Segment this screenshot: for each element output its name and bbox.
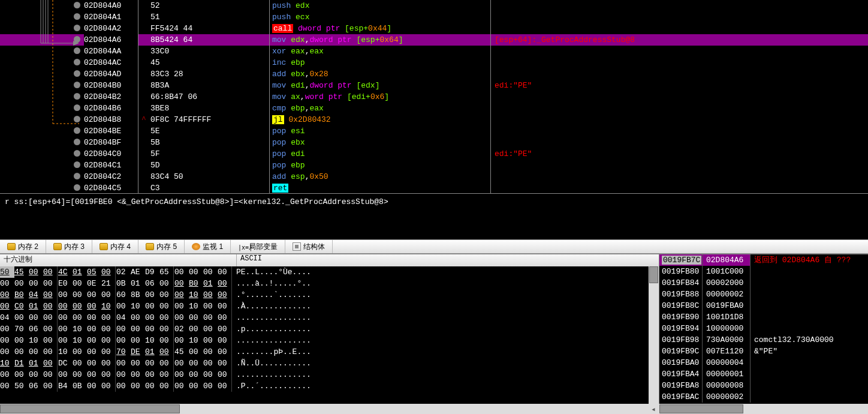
dump-vscrollbar[interactable] xyxy=(649,266,659,414)
stack-pane[interactable]: 0019FB7C02D804A6返回到 02D804A6 自 ???0019FB… xyxy=(659,254,868,414)
stack-addr: 0019FBA4 xyxy=(659,368,703,380)
stack-row[interactable]: 0019FB8800000002 xyxy=(659,289,868,300)
comment xyxy=(490,11,868,23)
addr: 02D804C0 xyxy=(84,148,138,160)
instruction: push ecx xyxy=(270,11,490,23)
tab-内存 5[interactable]: 内存 5 xyxy=(138,240,185,253)
tab-label: 监视 1 xyxy=(203,242,223,252)
comment xyxy=(490,160,868,171)
disasm-row[interactable]: 02D804B266:8B47 06mov ax,word ptr [edi+0… xyxy=(0,91,868,103)
disasm-row[interactable]: 02D804AA33C0xor eax,eax xyxy=(0,46,868,57)
tab-strip[interactable]: 内存 2内存 3内存 4内存 5监视 1局部变量结构体 xyxy=(0,240,868,254)
comment xyxy=(490,0,868,11)
stack-row[interactable]: 0019FB9410000000 xyxy=(659,323,868,334)
disasm-row[interactable]: 02D804C05Fpop ediedi:"PE" xyxy=(0,148,868,160)
stack-row[interactable]: 0019FB98730A0000comctl32.730A0000 xyxy=(659,334,868,346)
disasm-row[interactable]: 02D804A2FF5424 44call dword ptr [esp+0x4… xyxy=(0,23,868,34)
stack-body[interactable]: 0019FB7C02D804A6返回到 02D804A6 自 ???0019FB… xyxy=(659,254,868,404)
stack-comment xyxy=(751,368,868,380)
bytes: 52 xyxy=(138,0,270,11)
comment xyxy=(490,103,868,114)
stack-row[interactable]: 0019FBA800000008 xyxy=(659,380,868,391)
dump-body[interactable]: 504500004C01050002AED96500000000PE..L...… xyxy=(0,266,659,414)
tab-内存 3[interactable]: 内存 3 xyxy=(46,240,92,253)
comment xyxy=(490,125,868,137)
mem-icon xyxy=(100,243,108,250)
dump-row[interactable]: 00C00100000000100010000000100000.À......… xyxy=(0,301,659,312)
instruction: xor eax,eax xyxy=(270,46,490,57)
disasm-row[interactable]: 02D804A151push ecx xyxy=(0,11,868,23)
dump-row[interactable]: 10D10100DC0000000000000000000000.Ñ..Ü...… xyxy=(0,358,659,369)
stack-row[interactable]: 0019FB8400002000 xyxy=(659,277,868,289)
memory-dump-pane[interactable]: 十六进制 ASCII 504500004C01050002AED96500000… xyxy=(0,254,659,414)
addr: 02D804B0 xyxy=(84,80,138,91)
stack-row[interactable]: 0019FB7C02D804A6返回到 02D804A6 自 ??? xyxy=(659,254,868,266)
comment xyxy=(490,171,868,182)
comment xyxy=(490,182,868,194)
disasm-row[interactable]: 02D804BF5Bpop ebx xyxy=(0,137,868,148)
instruction: add ebx,0x28 xyxy=(270,68,490,80)
dump-row[interactable]: 00000000E0000E210B01060000B00100....à..!… xyxy=(0,278,659,289)
instruction: pop edi xyxy=(270,148,490,160)
stack-value: 00000001 xyxy=(703,368,751,380)
instruction: push edx xyxy=(270,0,490,11)
disassembly-pane[interactable]: 02D804A052push edx02D804A151push ecx02D8… xyxy=(0,0,868,194)
disasm-row[interactable]: 02D804A052push edx xyxy=(0,0,868,11)
bytes: 5F xyxy=(138,148,270,160)
comment: [esp+64]:_GetProcAddressStub@8 xyxy=(490,34,868,46)
disasm-row[interactable]: 02D804C15Dpop ebp xyxy=(0,160,868,171)
stack-row[interactable]: 0019FBA000000004 xyxy=(659,357,868,368)
stack-value: 00002000 xyxy=(703,277,751,289)
stack-row[interactable]: 0019FB801001C000 xyxy=(659,266,868,277)
dump-row[interactable]: 04000000000000000400000000000000........… xyxy=(0,312,659,323)
addr: 02D804A0 xyxy=(84,0,138,11)
stack-row[interactable]: 0019FB9C007E1120&"PE" xyxy=(659,346,868,357)
stack-value: 1001D1D8 xyxy=(703,311,751,323)
var-icon xyxy=(238,243,246,250)
disasm-row[interactable]: 02D804B63BE8cmp ebp,eax xyxy=(0,103,868,114)
stack-comment xyxy=(751,277,868,289)
disasm-row[interactable]: 02D804C5C3ret xyxy=(0,182,868,194)
dump-row[interactable]: 00500600B40B00000000000000000000.P..´...… xyxy=(0,380,659,392)
disasm-row[interactable]: 02D804B80F8C 74FFFFFFjl 0x2D80432 xyxy=(0,114,868,125)
stack-hscrollbar[interactable] xyxy=(659,404,868,414)
dump-row[interactable]: 00700600001000000000000002000000.p......… xyxy=(0,323,659,335)
instruction: ret xyxy=(270,182,490,194)
dump-row[interactable]: 00B0040000000000608B000000100000.°......… xyxy=(0,289,659,301)
dump-row[interactable]: 00001000001000000000100000100000........… xyxy=(0,335,659,346)
stack-row[interactable]: 0019FBA400000001 xyxy=(659,368,868,380)
mem-icon xyxy=(7,243,16,250)
disasm-row[interactable]: 02D804B08B3Amov edi,dword ptr [edx]edi:"… xyxy=(0,80,868,91)
disasm-row[interactable]: 02D804C283C4 50add esp,0x50 xyxy=(0,171,868,182)
dump-row[interactable]: 000000001000000070DE010045000000........… xyxy=(0,346,659,358)
tab-label: 局部变量 xyxy=(249,242,278,252)
bytes: 5D xyxy=(138,160,270,171)
tab-内存 2[interactable]: 内存 2 xyxy=(0,240,46,253)
dump-row[interactable]: 00000000000000000000000000000000........… xyxy=(0,369,659,380)
stack-comment: &"PE" xyxy=(751,346,868,357)
disasm-row[interactable]: 02D804BE5Epop esi xyxy=(0,125,868,137)
stack-addr: 0019FB98 xyxy=(659,334,703,346)
tab-局部变量[interactable]: 局部变量 xyxy=(231,240,285,253)
tab-结构体[interactable]: 结构体 xyxy=(285,240,333,253)
stack-addr: 0019FB7C xyxy=(659,254,703,266)
stack-row[interactable]: 0019FB8C0019FBA0 xyxy=(659,300,868,311)
tab-内存 4[interactable]: 内存 4 xyxy=(92,240,138,253)
instruction: mov edi,dword ptr [edx] xyxy=(270,80,490,91)
disasm-row[interactable]: 02D804AD83C3 28add ebx,0x28 xyxy=(0,68,868,80)
instruction: inc ebp xyxy=(270,57,490,68)
tab-监视 1[interactable]: 监视 1 xyxy=(185,240,231,253)
mem-icon xyxy=(53,243,62,250)
dump-row[interactable]: 504500004C01050002AED96500000000PE..L...… xyxy=(0,266,659,278)
addr: 02D804BF xyxy=(84,137,138,148)
comment: edi:"PE" xyxy=(490,148,868,160)
bytes: 51 xyxy=(138,11,270,23)
comment xyxy=(490,23,868,34)
stack-comment xyxy=(751,391,868,403)
stack-row[interactable]: 0019FB901001D1D8 xyxy=(659,311,868,323)
disasm-row[interactable]: 02D804AC45inc ebp xyxy=(0,57,868,68)
stack-comment: 返回到 02D804A6 自 ??? xyxy=(751,254,868,266)
stack-row[interactable]: 0019FBAC00000002 xyxy=(659,391,868,403)
addr: 02D804C1 xyxy=(84,160,138,171)
disasm-row[interactable]: 02D804A68B5424 64mov edx,dword ptr [esp+… xyxy=(0,34,868,46)
